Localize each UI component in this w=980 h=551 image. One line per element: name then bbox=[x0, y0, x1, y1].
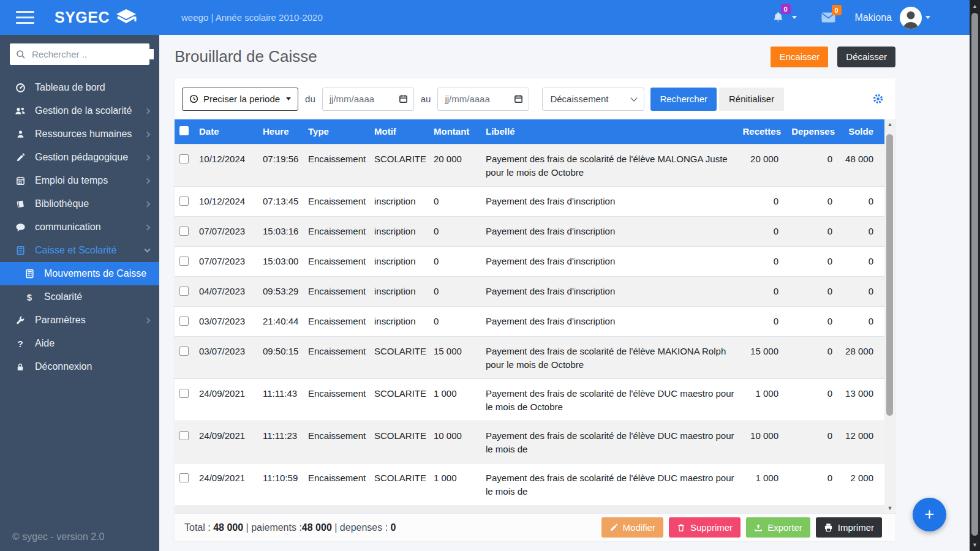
brand[interactable]: SYGEC bbox=[55, 9, 138, 27]
modifier-button[interactable]: Modifier bbox=[601, 517, 663, 538]
scroll-up-icon[interactable]: ▲ bbox=[970, 3, 980, 9]
notifications-button[interactable]: 0 bbox=[772, 11, 785, 24]
table-row: 07/07/202315:03:00Encaissementinscriptio… bbox=[175, 246, 884, 276]
search-icon bbox=[16, 50, 26, 59]
add-button[interactable]: + bbox=[913, 498, 946, 531]
rechercher-button[interactable]: Rechercher bbox=[650, 88, 717, 111]
row-checkbox[interactable] bbox=[179, 347, 189, 356]
sidebar-item-scolarite[interactable]: $Scolarité bbox=[0, 285, 159, 309]
printer-icon bbox=[824, 523, 833, 532]
calendar-icon[interactable] bbox=[399, 94, 408, 103]
calculator-icon bbox=[23, 269, 36, 279]
imprimer-button[interactable]: Imprimer bbox=[816, 517, 882, 538]
brand-name: SYGEC bbox=[55, 9, 110, 26]
cell-date: 10/12/2024 bbox=[199, 144, 263, 186]
cell-libelle: Payement des frais de scolarité de l'élè… bbox=[486, 336, 738, 378]
cell-depenses: 0 bbox=[781, 306, 835, 336]
chevron-right-icon bbox=[145, 154, 151, 160]
row-checkbox[interactable] bbox=[179, 227, 189, 236]
encaisser-button[interactable]: Encaisser bbox=[771, 47, 828, 67]
column-header-date: Date bbox=[199, 119, 263, 144]
sidebar-item-mouvements-de-caisse[interactable]: Mouvements de Caisse bbox=[0, 262, 159, 285]
cell-motif: SCOLARITE bbox=[374, 144, 434, 186]
menu-toggle-icon[interactable] bbox=[16, 11, 34, 24]
page-scrollbar-thumb[interactable] bbox=[971, 13, 978, 536]
period-filter-button[interactable]: Preciser la periode bbox=[182, 88, 298, 111]
cell-heure: 11:11:43 bbox=[263, 378, 308, 421]
chevron-down-icon bbox=[286, 97, 291, 100]
trash-icon bbox=[677, 523, 685, 532]
decaisser-button[interactable]: Décaisser bbox=[837, 47, 895, 67]
sidebar-item-tableau-de-bord[interactable]: Tableau de bord bbox=[0, 76, 159, 99]
chevron-down-icon[interactable] bbox=[925, 16, 930, 19]
row-checkbox[interactable] bbox=[179, 197, 189, 206]
cell-libelle: Payement des frais d'inscription bbox=[486, 276, 738, 306]
select-all-checkbox[interactable] bbox=[179, 126, 189, 135]
chevron-right-icon bbox=[145, 224, 151, 230]
date-to-input[interactable]: jj/mm/aaaa bbox=[437, 88, 529, 111]
sidebar-item-communication[interactable]: communication bbox=[0, 216, 159, 239]
sidebar-item-deconnexion[interactable]: Déconnexion bbox=[0, 355, 159, 378]
cell-date: 03/07/2023 bbox=[199, 306, 263, 336]
filter-bar: Preciser la periode du jj/mm/aaaa au jj/… bbox=[175, 78, 895, 119]
cell-montant: 1 000 bbox=[434, 378, 486, 421]
cell-montant: 0 bbox=[434, 216, 486, 246]
cell-recettes: 0 bbox=[738, 246, 781, 276]
sidebar-item-gestion-pedagogique[interactable]: Gestion pédagogique bbox=[0, 146, 159, 169]
cell-heure: 15:03:00 bbox=[263, 246, 308, 276]
type-select[interactable]: Décaissement bbox=[542, 88, 644, 111]
cell-depenses: 0 bbox=[781, 246, 835, 276]
chevron-right-icon bbox=[145, 317, 151, 323]
mail-badge: 0 bbox=[832, 5, 842, 15]
table-row: 10/12/202407:13:45Encaissementinscriptio… bbox=[175, 186, 884, 216]
sidebar-item-ressources-humaines[interactable]: Ressources humaines bbox=[0, 122, 159, 146]
sidebar-item-emploi-du-temps[interactable]: Emploi du temps bbox=[0, 169, 159, 192]
date-from-input[interactable]: jj/mm/aaaa bbox=[322, 88, 414, 111]
scroll-down-icon[interactable]: ▼ bbox=[884, 505, 895, 511]
select-all-header bbox=[175, 119, 199, 144]
row-checkbox[interactable] bbox=[179, 389, 189, 398]
page-scrollbar[interactable]: ▲ ▼ bbox=[970, 0, 980, 551]
cell-solde: 0 bbox=[835, 246, 884, 276]
cell-motif: SCOLARITE bbox=[374, 336, 434, 378]
cell-motif: SCOLARITE bbox=[374, 421, 434, 463]
cell-type: Encaissement bbox=[308, 276, 374, 306]
cell-type: Encaissement bbox=[308, 216, 374, 246]
search-input[interactable] bbox=[32, 49, 154, 59]
supprimer-button[interactable]: Supprimer bbox=[669, 517, 741, 538]
calendar-icon[interactable] bbox=[514, 94, 523, 103]
table-row: 24/09/202111:11:43EncaissementSCOLARITE1… bbox=[175, 378, 884, 421]
row-checkbox[interactable] bbox=[179, 257, 189, 266]
cell-date: 07/07/2023 bbox=[199, 216, 263, 246]
messages-button[interactable]: 0 bbox=[821, 12, 835, 23]
scroll-up-icon[interactable]: ▲ bbox=[884, 121, 895, 127]
cell-libelle: Payement des frais d'inscription bbox=[486, 306, 738, 336]
avatar[interactable] bbox=[900, 7, 922, 29]
row-checkbox[interactable] bbox=[179, 473, 189, 482]
sidebar-nav: Tableau de bordGestion de la scolaritéRe… bbox=[0, 76, 159, 378]
user-name[interactable]: Makiona bbox=[855, 12, 892, 23]
sidebar-item-aide[interactable]: ?Aide bbox=[0, 332, 159, 355]
cell-solde: 28 000 bbox=[835, 336, 884, 378]
table-scrollbar-thumb[interactable] bbox=[886, 134, 893, 416]
clock-icon bbox=[189, 94, 198, 103]
reinitialiser-button[interactable]: Rénitialiser bbox=[719, 88, 784, 111]
gear-icon[interactable] bbox=[872, 93, 884, 105]
row-checkbox[interactable] bbox=[179, 317, 189, 326]
sidebar-item-caisse-et-scolarite[interactable]: Caisse et Scolarité bbox=[0, 239, 159, 262]
row-checkbox[interactable] bbox=[179, 431, 189, 440]
exporter-button[interactable]: Exporter bbox=[746, 517, 810, 538]
comment-icon bbox=[13, 223, 27, 232]
transactions-table-zone: DateHeureTypeMotifMontantLibelléRecettes… bbox=[175, 119, 895, 505]
cell-type: Encaissement bbox=[308, 246, 374, 276]
scroll-down-icon[interactable]: ▼ bbox=[970, 542, 980, 548]
table-horizontal-scrollbar[interactable] bbox=[175, 505, 895, 513]
row-checkbox[interactable] bbox=[179, 287, 189, 296]
sidebar-item-parametres[interactable]: Paramètres bbox=[0, 309, 159, 332]
column-header-depenses: Depenses bbox=[781, 119, 835, 144]
bell-badge: 0 bbox=[781, 4, 791, 14]
row-checkbox[interactable] bbox=[179, 154, 189, 163]
sidebar-item-gestion-de-la-scolarite[interactable]: Gestion de la scolarité bbox=[0, 99, 159, 122]
sidebar-item-bibliotheque[interactable]: Bibliothèque bbox=[0, 192, 159, 216]
table-vertical-scrollbar[interactable]: ▲ ▼ bbox=[884, 119, 895, 513]
